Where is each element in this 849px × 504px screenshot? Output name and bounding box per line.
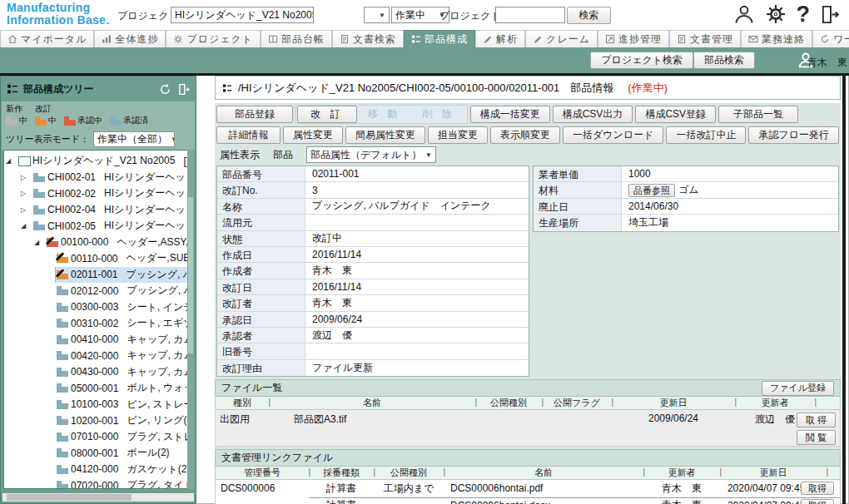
tree-item-3[interactable]: ▷CHI002-04HIシリンダーヘッド <box>4 202 187 219</box>
search-button[interactable]: 検索 <box>567 7 611 24</box>
tab-label: 部品台帳 <box>281 32 325 47</box>
file-row[interactable]: 出図用 部品図A3.tif 2009/06/24 渡辺 優 取 得 閲 覧 <box>215 410 841 447</box>
tab-parts-structure[interactable]: 部品構成 <box>404 30 475 47</box>
tab-workflow[interactable]: ワークフロー <box>812 30 849 47</box>
column-header: 採番種類 <box>309 467 374 479</box>
tree-horizontal-scrollbar[interactable] <box>2 493 194 502</box>
revision-select[interactable]: ▼ <box>364 7 390 23</box>
tree-item-19[interactable]: 04120-000ガスケット(2) <box>4 462 187 478</box>
attribute-row: 状態改訂中 <box>217 231 529 247</box>
tree-item-11[interactable]: 00410-000キャップ, カムシャフ <box>4 332 187 348</box>
part-register-button[interactable]: 部品登録 <box>216 106 293 123</box>
attr-change-button[interactable]: 属性変更 <box>283 126 343 144</box>
tree-item-label: HIシリンダヘッド_V21 No2005[] <box>17 153 187 169</box>
part-number: 07010-000 <box>71 431 118 442</box>
project-search-button[interactable]: プロジェクト検索 <box>590 52 693 69</box>
file-register-button[interactable]: ファイル登録 <box>762 381 834 396</box>
doc-link-row-1[interactable]: 計算書DCS00006hontai.docx青木 東2020/04/07 09:… <box>216 497 840 504</box>
collapse-icon[interactable]: ◢ <box>21 222 32 230</box>
app-logo: Manufacturing Information Base. <box>7 2 109 27</box>
tree-item-16[interactable]: 10200-001ピン, リング(4) <box>4 413 187 429</box>
doc-get-button[interactable]: 取得 <box>801 482 834 495</box>
child-parts-list-button[interactable]: 子部品一覧 <box>718 106 798 123</box>
tab-parts-ledger[interactable]: 部品台帳 <box>261 30 332 47</box>
attr-type-select[interactable]: 部品属性（デフォルト）▼ <box>306 146 436 163</box>
tree-item-7[interactable]: 02011-001ブッシング, バルブガ <box>4 267 187 284</box>
detail-info-button[interactable]: 詳細情報 <box>216 126 281 144</box>
tree-item-15[interactable]: 10100-003ピン, ストレート(4) <box>4 397 187 413</box>
tree-item-13[interactable]: 00430-000キャップ, カムシャフ <box>4 364 187 381</box>
project-select-value: HIシリンダヘッド_V21 No2005 <box>175 8 314 22</box>
revise-button[interactable]: 改 訂 <box>297 106 357 123</box>
doc-get-button[interactable]: 取得 <box>801 499 834 504</box>
gear-icon[interactable] <box>765 3 787 25</box>
attribute-value <box>305 343 529 358</box>
mail-icon <box>748 34 758 44</box>
tree-item-17[interactable]: 07010-000プラグ, ストレートス <box>4 429 187 446</box>
tree-item-9[interactable]: 00300-003シート, インテークバ <box>4 299 187 316</box>
tab-my-portal[interactable]: マイポータル <box>0 30 94 47</box>
tree-vertical-scrollbar[interactable] <box>187 150 194 489</box>
display-order-change-button[interactable]: 表示順変更 <box>490 126 560 144</box>
doc-link-row-0[interactable]: DCS000006計算書工場内までDCS00006hontai.pdf青木 東2… <box>216 480 840 497</box>
tree-item-8[interactable]: 02012-000ブッシング, バルブガ <box>4 283 187 299</box>
tree-item-10[interactable]: 00310-002シート, エギゾースト <box>4 315 187 332</box>
attribute-value: 2016/11/14 <box>305 279 529 294</box>
tree-item-14[interactable]: 05000-001ボルト, ウォッシャー <box>4 380 187 397</box>
tree-item-12[interactable]: 00420-000キャップ, カムシャフ <box>4 348 187 364</box>
part-status-approved-icon <box>57 400 68 409</box>
simple-attr-change-button[interactable]: 簡易属性変更 <box>345 126 425 144</box>
expand-icon[interactable]: ▷ <box>21 174 32 181</box>
file-get-button[interactable]: 取 得 <box>797 413 836 427</box>
tab-business-contact[interactable]: 業務連絡 <box>741 30 812 47</box>
project-select[interactable]: HIシリンダヘッド_V21 No2005▼ <box>171 7 314 23</box>
tab-project[interactable]: プロジェクト <box>166 30 261 47</box>
attribute-value: 埼玉工場 <box>622 215 838 230</box>
tab-analysis[interactable]: 解析 <box>475 30 525 47</box>
home-icon <box>7 34 17 44</box>
attribute-row: 材料品番参照ゴム <box>534 182 838 198</box>
part-number-ref-button[interactable]: 品番参照 <box>628 184 675 197</box>
collapse-icon[interactable]: ◢ <box>6 157 17 165</box>
teal-toolbar: プロジェクト検索 部品検索 青木 東 <box>0 47 849 76</box>
part-number: 10200-001 <box>71 415 118 427</box>
structure-bulk-change-button[interactable]: 構成一括変更 <box>470 106 550 123</box>
tab-doc-search[interactable]: 文書検索 <box>332 30 404 47</box>
tree-item-1[interactable]: ▷CHI002-01HIシリンダーヘッド <box>4 170 187 186</box>
doc-link-table: DCS000006計算書工場内までDCS00006hontai.pdf青木 東2… <box>215 480 841 504</box>
tab-label: 進捗管理 <box>618 32 662 47</box>
part-search-button[interactable]: 部品検索 <box>693 52 755 69</box>
project-name-input[interactable] <box>495 7 565 23</box>
tree-item-18[interactable]: 08000-001ボール(2) <box>4 445 187 462</box>
tree-item-label: 10200-001ピン, リング(4) <box>56 413 187 428</box>
expand-icon[interactable]: ▷ <box>21 190 32 197</box>
attribute-value: 改訂中 <box>305 231 529 246</box>
tree-item-20[interactable]: 07020-000プラグ, タイト <box>4 477 187 489</box>
tree-item-6[interactable]: 00110-000ヘッダー,SUB ASSY,シ <box>4 250 187 267</box>
structure-csv-export-button[interactable]: 構成CSV出力 <box>553 106 633 123</box>
refresh-icon[interactable] <box>159 83 171 96</box>
tree-item-5[interactable]: ◢00100-000ヘッダー,ASSY,シリンダー <box>4 235 187 251</box>
file-view-button[interactable]: 閲 覧 <box>797 430 836 445</box>
tab-doc-mgmt[interactable]: 文書管理 <box>669 30 741 47</box>
expand-icon[interactable]: ▷ <box>21 206 32 214</box>
approval-flow-issue-button[interactable]: 承認フロー発行 <box>748 126 839 144</box>
tab-overall-progress[interactable]: 全体進捗 <box>94 30 166 47</box>
export-icon[interactable] <box>177 83 190 96</box>
user-icon[interactable] <box>733 3 755 25</box>
bulk-revision-cancel-button[interactable]: 一括改訂中止 <box>666 126 746 144</box>
tab-claim[interactable]: クレーム <box>525 30 598 47</box>
edit-pencil-icon <box>46 236 55 245</box>
tree-mode-select[interactable]: 作業中（全部）▼ <box>93 131 175 147</box>
help-icon[interactable]: ? <box>797 2 811 26</box>
bulk-download-button[interactable]: 一括ダウンロード <box>563 126 663 144</box>
tree-item-4[interactable]: ◢CHI002-05HIシリンダーヘッド <box>4 218 187 235</box>
owner-change-button[interactable]: 担当変更 <box>428 126 488 144</box>
logout-icon[interactable] <box>820 4 841 25</box>
tree-item-0[interactable]: ◢HIシリンダヘッド_V21 No2005[] <box>4 153 187 170</box>
collapse-icon[interactable]: ◢ <box>34 239 46 246</box>
part-status-approved-icon <box>57 303 68 312</box>
tree-item-2[interactable]: ▷CHI002-02HIシリンダーヘッド <box>4 185 187 202</box>
structure-csv-register-button[interactable]: 構成CSV登録 <box>635 106 716 123</box>
tab-progress-mgmt[interactable]: 進捗管理 <box>598 30 669 47</box>
